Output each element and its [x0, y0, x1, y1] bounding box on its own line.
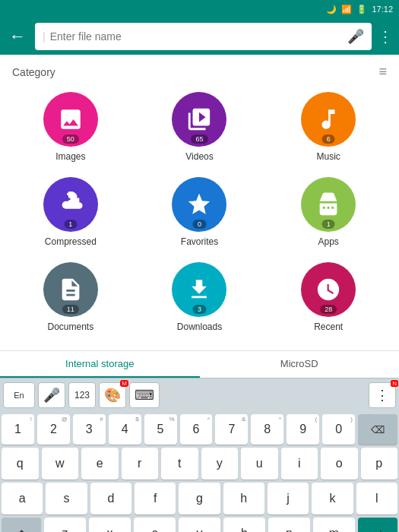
circle-icon-documents: 11	[43, 262, 98, 317]
key-s[interactable]: s	[46, 483, 87, 515]
circle-icon-recent: 28	[301, 262, 356, 317]
key-n[interactable]: n	[268, 518, 310, 532]
badge-favorites: 0	[193, 220, 206, 229]
search-bar: ← | 🎤 ⋮	[0, 18, 399, 55]
search-icon: |	[43, 30, 46, 43]
label-favorites: Favorites	[181, 236, 218, 247]
key-q[interactable]: q	[2, 448, 39, 480]
category-section: Category ≡ 50 Images 65 Videos 6 Music 1…	[0, 55, 399, 350]
category-item-videos[interactable]: 65 Videos	[135, 86, 264, 171]
key-y[interactable]: y	[201, 448, 239, 480]
search-input[interactable]	[50, 30, 347, 43]
keyboard-button[interactable]: ⌨	[129, 382, 160, 408]
label-apps: Apps	[318, 236, 338, 247]
palette-button[interactable]: 🎨	[99, 382, 126, 408]
key-w[interactable]: w	[42, 448, 79, 480]
key-r[interactable]: r	[122, 448, 159, 480]
key-p[interactable]: p	[361, 448, 398, 480]
key-g[interactable]: g	[179, 483, 220, 515]
badge-compressed: 1	[64, 220, 77, 229]
key-z[interactable]: z	[44, 518, 86, 532]
mic-toolbar-button[interactable]: 🎤	[38, 382, 65, 408]
keyboard-toolbar: En 🎤 123 🎨 ⌨ ⋮ N	[0, 378, 399, 411]
label-downloads: Downloads	[177, 321, 222, 332]
circle-icon-apps: 1	[301, 177, 356, 232]
back-button[interactable]: ←	[6, 25, 29, 48]
key-a[interactable]: a	[2, 483, 43, 515]
key-d[interactable]: d	[90, 483, 131, 515]
circle-icon-music: 6	[301, 92, 356, 147]
more-keyboard-button[interactable]: ⋮ N	[369, 382, 396, 408]
key-i[interactable]: i	[281, 448, 318, 480]
badge-downloads: 3	[193, 305, 206, 314]
svg-rect-1	[68, 196, 73, 198]
key-shift[interactable]: ⬆	[2, 518, 41, 532]
search-input-wrap[interactable]: | 🎤	[35, 23, 372, 50]
lang-button[interactable]: En	[3, 382, 35, 408]
key-6[interactable]: ^6	[180, 414, 213, 445]
badge-documents: 11	[62, 305, 79, 314]
key-1[interactable]: !1	[2, 414, 34, 445]
badge-music: 6	[322, 135, 335, 144]
badge-images: 50	[62, 135, 79, 144]
more-icon[interactable]: ⋮	[378, 27, 393, 46]
circle-icon-favorites: 0	[172, 177, 226, 232]
keyboard: !1@2#3$4%5^6&7*8(9)0⌫ qwertyuiop asdfghj…	[0, 411, 399, 532]
num-toolbar-button[interactable]: 123	[68, 382, 96, 408]
key-f[interactable]: f	[135, 483, 176, 515]
key-c[interactable]: c	[134, 518, 176, 532]
circle-icon-compressed: 1	[43, 177, 98, 232]
label-videos: Videos	[185, 151, 213, 162]
circle-icon-downloads: 3	[172, 262, 226, 317]
key-3[interactable]: #3	[73, 414, 106, 445]
status-bar: 🌙 📶 🔋 17:12	[0, 0, 399, 18]
key-k[interactable]: k	[312, 483, 353, 515]
category-item-downloads[interactable]: 3 Downloads	[135, 256, 264, 341]
key-o[interactable]: o	[321, 448, 358, 480]
key-m[interactable]: m	[313, 518, 355, 532]
svg-rect-2	[68, 200, 73, 202]
category-item-favorites[interactable]: 0 Favorites	[135, 171, 264, 256]
category-item-compressed[interactable]: 1 Compressed	[6, 171, 135, 256]
category-item-apps[interactable]: 1 Apps	[264, 171, 393, 256]
circle-icon-videos: 65	[172, 92, 226, 147]
key-7[interactable]: &7	[215, 414, 248, 445]
key-9[interactable]: (9	[287, 414, 319, 445]
badge-videos: 65	[191, 135, 207, 144]
mic-icon[interactable]: 🎤	[347, 28, 364, 45]
status-wifi-icon: 📶	[341, 5, 352, 14]
circle-icon-images: 50	[43, 92, 98, 147]
key-2[interactable]: @2	[37, 414, 70, 445]
key-j[interactable]: j	[268, 483, 309, 515]
key-0[interactable]: )0	[322, 414, 355, 445]
key-x[interactable]: x	[89, 518, 131, 532]
label-compressed: Compressed	[45, 236, 97, 247]
key-u[interactable]: u	[241, 448, 278, 480]
key-v[interactable]: v	[179, 518, 220, 532]
label-documents: Documents	[47, 321, 93, 332]
status-time: 17:12	[372, 5, 393, 14]
key-5[interactable]: %5	[144, 414, 177, 445]
category-title: Category	[12, 66, 55, 78]
key-t[interactable]: t	[161, 448, 198, 480]
key-4[interactable]: $4	[109, 414, 141, 445]
category-menu-icon[interactable]: ≡	[378, 64, 387, 80]
qwerty-row: qwertyuiop	[2, 448, 397, 480]
key-delete[interactable]: ⌫	[358, 414, 397, 445]
key-l[interactable]: l	[356, 483, 397, 515]
category-item-recent[interactable]: 28 Recent	[264, 256, 393, 341]
key-b[interactable]: b	[223, 518, 265, 532]
category-item-documents[interactable]: 11 Documents	[6, 256, 135, 341]
tab-internal-storage[interactable]: Internal storage	[0, 351, 200, 378]
key-8[interactable]: *8	[251, 414, 283, 445]
storage-tabs: Internal storage MicroSD	[0, 350, 399, 378]
key-h[interactable]: h	[223, 483, 264, 515]
category-item-music[interactable]: 6 Music	[264, 86, 393, 171]
key-e[interactable]: e	[81, 448, 119, 480]
category-header: Category ≡	[0, 61, 399, 86]
category-item-images[interactable]: 50 Images	[6, 86, 135, 171]
tab-microsd[interactable]: MicroSD	[200, 351, 400, 378]
svg-rect-0	[68, 192, 73, 194]
key-enter[interactable]: ↵	[358, 518, 397, 532]
asdf-row: asdfghjkl	[2, 483, 397, 515]
